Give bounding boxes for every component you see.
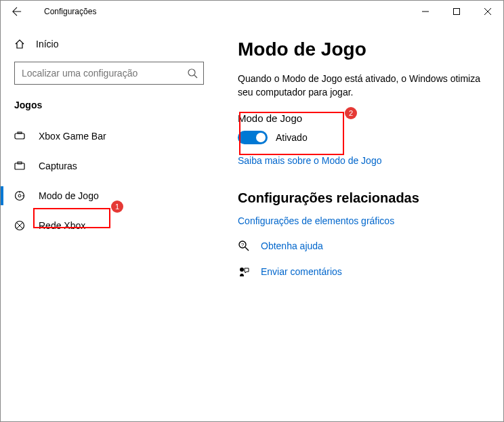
- page-description: Quando o Modo de Jogo está ativado, o Wi…: [238, 72, 482, 99]
- game-mode-toggle[interactable]: [238, 131, 268, 144]
- captures-icon: [14, 161, 25, 171]
- feedback-link[interactable]: Enviar comentários: [261, 266, 342, 277]
- sidebar-item-label: Capturas: [39, 161, 77, 171]
- content-area: Início Jogos Xbox Game Bar: [1, 22, 503, 421]
- svg-line-5: [194, 75, 197, 78]
- home-icon: [14, 39, 25, 49]
- sidebar-item-captures[interactable]: Capturas: [6, 151, 212, 181]
- svg-rect-1: [454, 9, 460, 15]
- svg-text:?: ?: [241, 242, 245, 248]
- svg-point-17: [240, 268, 244, 272]
- minimize-icon: [422, 8, 429, 15]
- svg-rect-7: [18, 132, 22, 133]
- search-icon: [187, 68, 198, 79]
- toggle-label: Modo de Jogo: [238, 112, 483, 124]
- maximize-icon: [453, 8, 460, 15]
- arrow-left-icon: [12, 7, 22, 16]
- graphics-settings-link[interactable]: Configurações de elementos gráficos: [238, 215, 394, 226]
- feedback-icon: [238, 266, 250, 278]
- back-button[interactable]: [9, 7, 25, 16]
- page-title: Modo de Jogo: [238, 39, 483, 60]
- window-controls: [410, 1, 503, 22]
- get-help-link[interactable]: Obtenha ajuda: [261, 240, 323, 251]
- learn-more-link[interactable]: Saiba mais sobre o Modo de Jogo: [238, 155, 381, 166]
- related-settings-heading: Configurações relacionadas: [238, 190, 483, 206]
- game-bar-icon: [14, 131, 25, 142]
- main-panel: Modo de Jogo Quando o Modo de Jogo está …: [217, 22, 503, 421]
- close-button[interactable]: [472, 1, 503, 22]
- sidebar-item-xbox-network[interactable]: Rede Xbox: [6, 211, 212, 240]
- sidebar-item-xbox-game-bar[interactable]: Xbox Game Bar: [6, 121, 212, 151]
- section-header-games: Jogos: [6, 93, 212, 121]
- toggle-state: Ativado: [276, 132, 308, 143]
- svg-point-11: [18, 194, 21, 197]
- xbox-network-icon: [14, 220, 25, 231]
- sidebar-item-game-mode[interactable]: Modo de Jogo: [6, 181, 212, 211]
- toggle-knob: [256, 133, 266, 142]
- game-mode-icon: [14, 190, 25, 201]
- search-input[interactable]: [20, 67, 187, 79]
- close-icon: [484, 8, 491, 15]
- help-icon: ?: [238, 240, 250, 252]
- svg-point-4: [188, 69, 195, 76]
- sidebar-item-label: Modo de Jogo: [39, 190, 99, 201]
- feedback-row: Enviar comentários: [238, 266, 483, 278]
- minimize-button[interactable]: [410, 1, 441, 22]
- settings-window: Configurações Início: [0, 0, 504, 422]
- home-nav[interactable]: Início: [6, 33, 212, 55]
- maximize-button[interactable]: [441, 1, 472, 22]
- sidebar: Início Jogos Xbox Game Bar: [1, 22, 217, 421]
- titlebar: Configurações: [1, 1, 503, 22]
- sidebar-item-label: Xbox Game Bar: [39, 131, 106, 142]
- get-help-row: ? Obtenha ajuda: [238, 240, 483, 252]
- nav-list: Xbox Game Bar Capturas Modo de Jogo: [6, 121, 212, 240]
- sidebar-item-label: Rede Xbox: [39, 220, 85, 231]
- window-title: Configurações: [44, 7, 96, 16]
- search-box[interactable]: [14, 62, 204, 85]
- home-label: Início: [36, 39, 58, 49]
- svg-rect-6: [15, 133, 24, 139]
- game-mode-toggle-section: Modo de Jogo Ativado: [238, 112, 483, 144]
